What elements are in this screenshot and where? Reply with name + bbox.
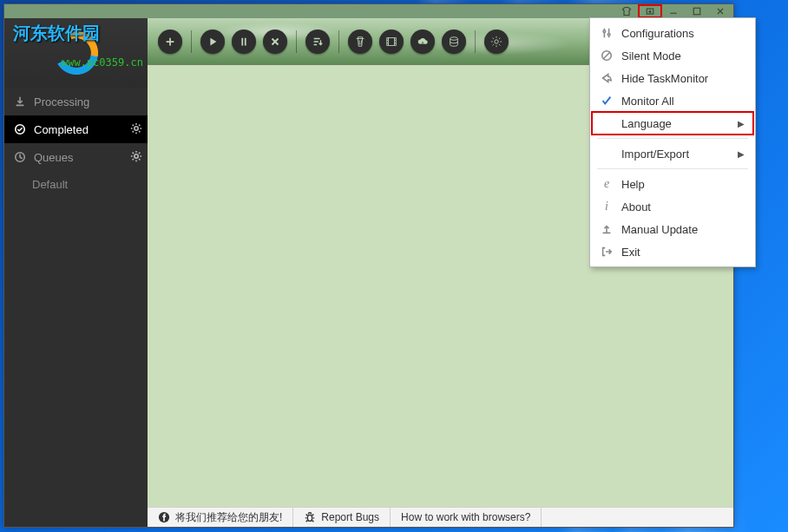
clock-icon xyxy=(13,151,27,163)
menu-configurations[interactable]: Configurations xyxy=(592,22,753,44)
toolbar-separator xyxy=(296,30,297,53)
desktop-background: 河东软件园 www.pc0359.cn Processing Completed… xyxy=(0,0,788,532)
toolbar-separator xyxy=(191,30,192,53)
facebook-icon xyxy=(158,511,170,523)
settings-menu: Configurations Silent Mode Hide TaskMoni… xyxy=(589,17,756,267)
settings-button[interactable] xyxy=(484,30,509,54)
watermark-url: www.pc0359.cn xyxy=(62,56,143,69)
database-button[interactable] xyxy=(442,30,466,54)
menu-label: Language xyxy=(621,117,672,130)
menu-label: Hide TaskMonitor xyxy=(621,72,708,85)
toolbar-separator xyxy=(475,30,476,53)
menu-about[interactable]: i About xyxy=(592,195,753,218)
play-button[interactable] xyxy=(200,30,225,54)
sidebar-subitem-label: Default xyxy=(32,178,68,191)
sidebar-item-queues[interactable]: Queues xyxy=(4,143,148,171)
menu-label: Help xyxy=(621,178,645,191)
menu-silent-mode[interactable]: Silent Mode xyxy=(592,44,753,67)
menu-language[interactable]: Language ▶ xyxy=(592,112,753,135)
svg-rect-1 xyxy=(693,8,700,15)
svg-point-7 xyxy=(450,36,458,40)
status-report-bugs[interactable]: Report Bugs xyxy=(293,508,391,527)
info-icon: i xyxy=(599,200,614,213)
sidebar-item-completed[interactable]: Completed xyxy=(4,115,148,143)
stop-button[interactable] xyxy=(263,30,287,54)
svg-point-3 xyxy=(135,127,138,130)
menu-separator xyxy=(597,168,748,169)
svg-point-5 xyxy=(135,154,138,158)
menu-label: Manual Update xyxy=(621,223,698,236)
sidebar-item-processing[interactable]: Processing xyxy=(4,88,148,115)
browser-e-icon: e xyxy=(599,177,614,191)
video-button[interactable] xyxy=(379,30,404,54)
check-circle-icon xyxy=(13,123,27,135)
cloud-button[interactable] xyxy=(410,30,435,54)
sidebar: 河东软件园 www.pc0359.cn Processing Completed… xyxy=(4,18,148,527)
titlebar-minimize-button[interactable] xyxy=(662,5,685,17)
check-icon xyxy=(599,95,614,107)
menu-label: Configurations xyxy=(621,27,694,40)
nosign-icon xyxy=(599,49,614,62)
menu-label: Monitor All xyxy=(621,95,674,108)
bug-icon xyxy=(304,511,316,523)
watermark-title: 河东软件园 xyxy=(13,22,100,45)
svg-point-12 xyxy=(607,33,610,36)
sidebar-item-label: Completed xyxy=(34,123,89,136)
menu-hide-taskmonitor[interactable]: Hide TaskMonitor xyxy=(592,67,753,89)
menu-separator xyxy=(597,138,748,139)
titlebar-shirt-button[interactable] xyxy=(615,5,638,17)
status-label: 将我们推荐给您的朋友! xyxy=(175,510,282,525)
toolbar-separator xyxy=(338,30,339,53)
sort-button[interactable] xyxy=(305,30,330,54)
sidebar-subitem-default[interactable]: Default xyxy=(4,171,148,197)
delete-button[interactable] xyxy=(348,30,372,54)
submenu-arrow-icon: ▶ xyxy=(738,149,745,159)
svg-point-10 xyxy=(308,515,312,521)
menu-import-export[interactable]: Import/Export ▶ xyxy=(592,142,753,165)
menu-label: About xyxy=(621,200,651,213)
titlebar xyxy=(4,4,733,18)
svg-point-8 xyxy=(495,39,498,43)
sidebar-item-label: Queues xyxy=(34,151,74,164)
menu-manual-update[interactable]: Manual Update xyxy=(592,218,753,240)
titlebar-compact-button[interactable] xyxy=(639,5,661,17)
titlebar-maximize-button[interactable] xyxy=(686,5,708,17)
download-icon xyxy=(13,95,27,108)
menu-label: Exit xyxy=(621,246,640,259)
exit-icon xyxy=(599,246,614,258)
menu-monitor-all[interactable]: Monitor All xyxy=(592,89,753,112)
sliders-icon xyxy=(599,27,614,39)
svg-point-11 xyxy=(603,30,606,33)
submenu-arrow-icon: ▶ xyxy=(738,119,745,128)
upload-icon xyxy=(599,223,614,235)
gear-icon[interactable] xyxy=(130,122,142,137)
menu-help[interactable]: e Help xyxy=(592,173,753,195)
status-label: How to work with browsers? xyxy=(401,511,530,523)
menu-label: Silent Mode xyxy=(621,49,681,62)
status-label: Report Bugs xyxy=(321,511,379,523)
status-recommend[interactable]: 将我们推荐给您的朋友! xyxy=(148,508,293,527)
status-bar: 将我们推荐给您的朋友! Report Bugs How to work with… xyxy=(148,507,733,527)
add-button[interactable] xyxy=(158,30,182,54)
sidebar-item-label: Processing xyxy=(34,95,89,108)
status-howto[interactable]: How to work with browsers? xyxy=(391,508,542,527)
app-logo: 河东软件园 www.pc0359.cn xyxy=(4,18,148,88)
titlebar-close-button[interactable] xyxy=(709,5,732,17)
menu-label: Import/Export xyxy=(621,148,689,161)
menu-exit[interactable]: Exit xyxy=(592,240,753,263)
pause-button[interactable] xyxy=(232,30,256,54)
share-icon xyxy=(599,72,614,84)
gear-icon[interactable] xyxy=(130,150,142,165)
